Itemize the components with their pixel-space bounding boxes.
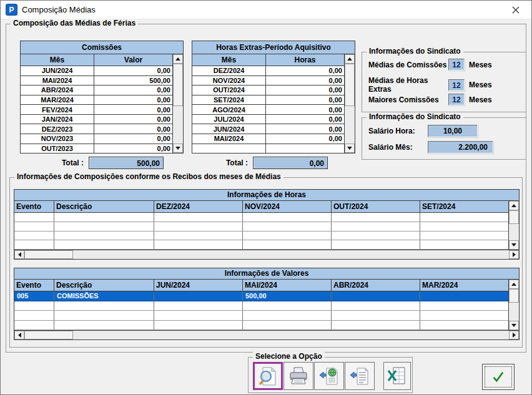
table-row[interactable]: SET/20240,00 xyxy=(192,95,344,105)
table-row[interactable]: MAR/20240,00 xyxy=(21,95,172,105)
horas-extras-header: Mês Horas xyxy=(192,54,344,66)
horas-vscrollbar[interactable] xyxy=(344,54,355,153)
scroll-track[interactable] xyxy=(509,224,519,240)
table-row[interactable]: DEZ/20230,00 xyxy=(21,124,172,134)
scroll-up-icon[interactable] xyxy=(509,201,519,210)
comissoes-col-mes: Mês xyxy=(21,54,94,66)
table-row[interactable] xyxy=(14,240,508,250)
horas-total-row: Total : 0,00 xyxy=(192,157,328,169)
preview-button[interactable] xyxy=(253,362,283,390)
table-row[interactable] xyxy=(14,222,508,232)
table-row[interactable]: JUL/20240,00 xyxy=(192,115,344,125)
opcao-group: Selecione a Opção xyxy=(248,357,413,393)
comissoes-col-valor: Valor xyxy=(94,54,172,66)
table-row[interactable]: MAI/2024500,00 xyxy=(21,76,172,86)
table-row[interactable]: JUN/20240,00 xyxy=(192,124,344,134)
cell-mes: MAI/2024 xyxy=(21,76,94,85)
table-row-selected[interactable]: 005COMISSÕES500,00 xyxy=(14,291,508,301)
scroll-right-icon[interactable] xyxy=(509,250,519,259)
table-row[interactable]: FEV/20240,00 xyxy=(21,105,172,115)
scroll-up-icon[interactable] xyxy=(173,54,183,64)
table-row[interactable]: ABR/20240,00 xyxy=(21,85,172,95)
cell-mes: JUN/2024 xyxy=(21,66,94,76)
col-month-2: NOV/2024 xyxy=(243,201,332,212)
cell-mes: SET/2024 xyxy=(192,95,266,105)
excel-icon xyxy=(387,366,408,387)
scroll-up-icon[interactable] xyxy=(345,54,355,64)
scroll-left-icon[interactable] xyxy=(14,331,24,339)
scroll-down-icon[interactable] xyxy=(509,240,519,250)
confirm-button[interactable] xyxy=(482,364,515,390)
export-text-icon xyxy=(349,366,370,387)
scroll-down-icon[interactable] xyxy=(345,144,355,153)
scroll-track[interactable] xyxy=(173,106,183,144)
opcao-group-label: Selecione a Opção xyxy=(253,352,325,361)
print-button[interactable] xyxy=(283,362,313,390)
table-row[interactable]: AGO/20240,00 xyxy=(192,105,344,115)
col-month-1: JUN/2024 xyxy=(154,280,243,291)
scroll-right-icon[interactable] xyxy=(509,331,519,339)
comissoes-vscrollbar[interactable] xyxy=(172,54,183,153)
table-row[interactable] xyxy=(14,213,508,222)
info-valores-hscrollbar[interactable] xyxy=(14,330,519,339)
scroll-track[interactable] xyxy=(73,331,509,339)
scroll-up-icon[interactable] xyxy=(509,280,519,289)
medias-comissoes-value: 12 xyxy=(448,59,465,71)
maiores-comissoes-row: Maiores Comissões 12 Meses xyxy=(368,94,492,105)
scroll-down-icon[interactable] xyxy=(509,321,519,330)
table-row[interactable]: NOV/20230,00 xyxy=(21,134,172,144)
export-excel-button[interactable] xyxy=(383,362,411,390)
scroll-thumb[interactable] xyxy=(509,289,519,303)
table-row[interactable]: DEZ/20240,00 xyxy=(192,66,344,76)
cell-horas: 0,00 xyxy=(266,67,344,74)
info-horas-table: Informações de Horas Evento Descrição DE… xyxy=(14,189,520,260)
export-web-button[interactable] xyxy=(314,362,344,390)
info-horas-vscrollbar[interactable] xyxy=(508,201,519,250)
cell-mes: MAI/2024 xyxy=(192,134,266,144)
scroll-thumb[interactable] xyxy=(509,210,519,224)
table-row[interactable] xyxy=(14,311,508,320)
horas-extras-title: Horas Extras-Período Aquisitivo xyxy=(192,41,355,54)
scroll-thumb[interactable] xyxy=(173,64,183,106)
cell-horas: 0,00 xyxy=(266,135,344,142)
table-row[interactable]: NOV/20240,00 xyxy=(192,76,344,86)
table-row[interactable] xyxy=(192,144,344,154)
cell-mes: AGO/2024 xyxy=(192,105,266,114)
scroll-track[interactable] xyxy=(73,250,509,259)
col-month-2: MAI/2024 xyxy=(243,280,332,291)
table-row[interactable] xyxy=(14,321,508,330)
export-text-button[interactable] xyxy=(345,362,375,390)
info-valores-vscrollbar[interactable] xyxy=(508,280,519,330)
table-row[interactable]: JUN/20240,00 xyxy=(21,66,172,76)
medias-horas-extras-value: 12 xyxy=(448,79,465,91)
info-horas-hscrollbar[interactable] xyxy=(14,250,519,259)
cell-mes: JUN/2024 xyxy=(192,124,266,134)
col-evento: Evento xyxy=(14,201,54,212)
titlebar: P Composição Médias xyxy=(1,1,531,19)
scroll-thumb[interactable] xyxy=(24,250,73,259)
table-row[interactable]: OUT/20240,00 xyxy=(192,85,344,95)
scroll-thumb[interactable] xyxy=(24,331,73,339)
table-row[interactable] xyxy=(14,301,508,311)
horas-col-horas: Horas xyxy=(266,54,344,66)
table-row[interactable] xyxy=(14,232,508,241)
scroll-down-icon[interactable] xyxy=(173,144,183,153)
table-row[interactable]: OUT/20230,00 xyxy=(21,144,172,154)
medias-horas-extras-label: Médias de Horas Extras xyxy=(368,76,448,94)
cell-horas: 0,00 xyxy=(266,96,344,104)
cell-horas: 0,00 xyxy=(266,77,344,84)
cell-mes: OUT/2023 xyxy=(21,144,94,154)
scroll-left-icon[interactable] xyxy=(14,250,24,259)
table-row[interactable]: MAI/20240,00 xyxy=(192,134,344,144)
cell-mes: MAR/2024 xyxy=(21,95,94,105)
comissoes-total-label: Total : xyxy=(62,158,84,167)
cell-mes: NOV/2024 xyxy=(192,76,266,85)
scroll-track[interactable] xyxy=(345,106,355,144)
app-icon: P xyxy=(6,4,17,16)
table-row[interactable]: JAN/20240,00 xyxy=(21,115,172,125)
scroll-track[interactable] xyxy=(509,303,519,321)
close-button[interactable] xyxy=(505,1,526,19)
col-evento: Evento xyxy=(14,280,54,291)
scroll-thumb[interactable] xyxy=(345,64,355,106)
cell-mes xyxy=(192,144,266,154)
